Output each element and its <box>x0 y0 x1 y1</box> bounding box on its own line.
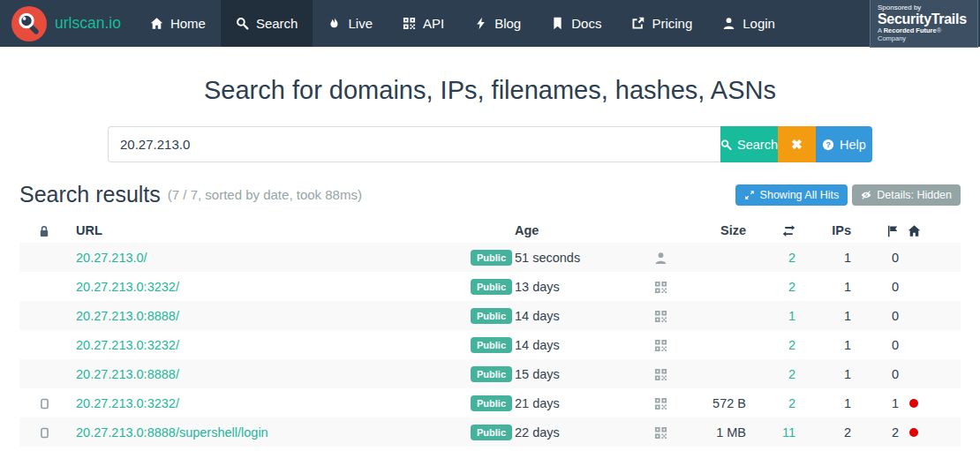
qrcode-icon <box>654 279 667 293</box>
search-button[interactable]: Search <box>720 126 778 162</box>
nav-item-docs[interactable]: Docs <box>536 0 616 47</box>
result-ips: 1 <box>795 396 851 410</box>
square-outline-icon <box>19 395 69 410</box>
results-toolbar: Showing All Hits Details: Hidden <box>735 184 961 206</box>
result-requests-link[interactable]: 2 <box>788 338 795 352</box>
visibility-badge: Public <box>471 425 512 440</box>
results-table-header: URL Age Size IPs <box>19 217 961 243</box>
result-flags: 0 <box>851 280 899 294</box>
malicious-dot <box>909 399 918 408</box>
hero-section: Search for domains, IPs, filenames, hash… <box>0 47 980 162</box>
result-requests-link[interactable]: 11 <box>782 425 795 440</box>
sponsor-tagline: Sponsored by <box>878 4 970 11</box>
nav-item-login[interactable]: Login <box>707 0 790 47</box>
result-age: 14 days <box>515 309 629 323</box>
expand-arrows-icon <box>744 190 755 200</box>
help-button[interactable]: ? Help <box>816 126 872 162</box>
results-table-body: 20.27.213.0/ Public 51 seconds 2 1 0 20.… <box>19 243 961 447</box>
nav-label: API <box>423 16 444 31</box>
table-row: 20.27.213.0:3232/ Public 13 days 2 1 0 <box>19 272 961 301</box>
results-meta: (7 / 7, sorted by date, took 88ms) <box>168 187 362 202</box>
search-bar: Search ✖ ? Help <box>108 126 872 162</box>
fire-icon <box>328 17 341 30</box>
result-url-link[interactable]: 20.27.213.0/ <box>76 251 147 265</box>
visibility-badge: Public <box>471 337 512 353</box>
malicious-dot <box>909 428 918 437</box>
qrcode-icon <box>654 308 667 322</box>
lock-icon <box>19 222 69 237</box>
square-outline-icon <box>19 425 69 440</box>
result-requests-link[interactable]: 2 <box>788 251 795 265</box>
user-icon <box>722 17 735 30</box>
table-row: 20.27.213.0:3232/ Public 21 days 572 B 2… <box>19 388 961 417</box>
result-flags: 0 <box>851 367 899 381</box>
result-flags: 2 <box>851 425 899 440</box>
result-url-link[interactable]: 20.27.213.0:8888/ <box>76 367 179 381</box>
table-row: 20.27.213.0:8888/ Public 15 days 2 1 0 <box>19 359 961 388</box>
nav-item-live[interactable]: Live <box>313 0 388 47</box>
showing-all-hits-button[interactable]: Showing All Hits <box>735 184 848 206</box>
result-ips: 1 <box>795 280 851 294</box>
eye-slash-icon <box>861 190 871 200</box>
result-age: 21 days <box>515 396 629 410</box>
qrcode-icon <box>654 395 667 410</box>
qrcode-icon <box>403 17 416 30</box>
nav-label: Login <box>743 16 775 31</box>
nav-item-search[interactable]: Search <box>221 0 313 47</box>
nav-item-pricing[interactable]: Pricing <box>616 0 707 47</box>
nav-label: Search <box>256 16 298 31</box>
result-url-link[interactable]: 20.27.213.0:8888/ <box>76 309 179 323</box>
table-row: 20.27.213.0:8888/supershell/login Public… <box>19 417 961 447</box>
visibility-badge: Public <box>471 308 512 324</box>
nav-label: Home <box>170 16 206 31</box>
nav-label: Docs <box>571 16 601 31</box>
nav-item-blog[interactable]: Blog <box>459 0 536 47</box>
result-age: 51 seconds <box>515 251 629 265</box>
result-requests-link[interactable]: 2 <box>788 280 795 294</box>
result-url-link[interactable]: 20.27.213.0:3232/ <box>76 396 179 410</box>
result-flags: 1 <box>851 396 899 410</box>
result-flags: 0 <box>851 251 899 265</box>
visibility-badge: Public <box>471 250 512 266</box>
result-requests-link[interactable]: 1 <box>788 309 795 323</box>
svg-text:?: ? <box>825 140 831 149</box>
result-age: 14 days <box>515 338 629 352</box>
details-toggle-button[interactable]: Details: Hidden <box>852 184 961 206</box>
sponsor-badge[interactable]: Sponsored by SecurityTrails A Recorded F… <box>870 0 978 48</box>
result-requests-link[interactable]: 2 <box>788 396 795 410</box>
column-header-age: Age <box>515 223 629 237</box>
nav-item-api[interactable]: API <box>388 0 459 47</box>
result-size: 1 MB <box>691 425 746 440</box>
result-ips: 2 <box>795 425 851 440</box>
brand-link[interactable]: urlscan.io <box>11 6 135 41</box>
nav-label: Pricing <box>652 16 692 31</box>
result-url-link[interactable]: 20.27.213.0:3232/ <box>76 338 179 352</box>
result-size: 572 B <box>691 396 746 410</box>
clear-search-button[interactable]: ✖ <box>778 126 816 162</box>
nav-item-home[interactable]: Home <box>135 0 221 47</box>
result-ips: 1 <box>795 251 851 265</box>
search-icon <box>236 17 249 30</box>
brand-name: urlscan.io <box>55 14 121 33</box>
qrcode-icon <box>654 337 667 351</box>
exchange-arrows-icon <box>746 222 795 237</box>
result-url-link[interactable]: 20.27.213.0:3232/ <box>76 280 179 294</box>
sponsor-name: SecurityTrails <box>878 11 970 27</box>
visibility-badge: Public <box>471 366 512 382</box>
search-icon <box>720 139 732 151</box>
table-row: 20.27.213.0:3232/ Public 14 days 2 1 0 <box>19 330 961 359</box>
column-header-size: Size <box>691 223 746 237</box>
result-requests-link[interactable]: 2 <box>788 367 795 381</box>
results-header: Search results (7 / 7, sorted by date, t… <box>19 182 961 207</box>
result-flags: 0 <box>851 338 899 352</box>
visibility-badge: Public <box>471 279 512 295</box>
qrcode-icon <box>654 366 667 380</box>
home-icon <box>150 17 163 30</box>
result-age: 15 days <box>515 367 629 381</box>
result-url-link[interactable]: 20.27.213.0:8888/supershell/login <box>76 425 268 440</box>
result-ips: 1 <box>795 367 851 381</box>
column-header-url: URL <box>69 223 471 237</box>
result-age: 13 days <box>515 280 629 294</box>
result-ips: 1 <box>795 309 851 323</box>
search-input[interactable] <box>108 126 720 162</box>
